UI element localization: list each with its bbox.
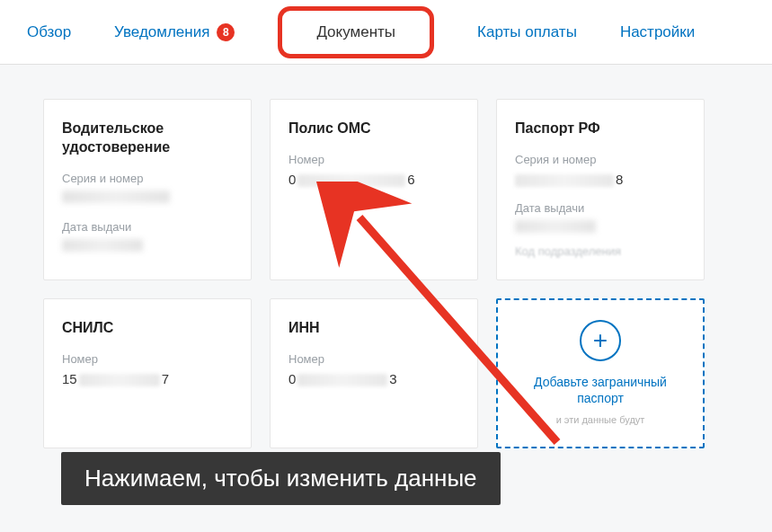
field-label-date: Дата выдачи: [515, 201, 686, 215]
card-title: СНИЛС: [62, 319, 233, 338]
tab-overview[interactable]: Обзор: [27, 23, 71, 41]
field-label-number: Номер: [288, 153, 459, 166]
field-value-series: [62, 191, 233, 206]
tab-documents[interactable]: Документы: [278, 6, 434, 58]
number-end: 3: [389, 371, 396, 386]
field-value-number: 157: [62, 371, 233, 386]
instruction-caption: Нажимаем, чтобы изменить данные: [61, 452, 501, 505]
field-label-dept: Код подразделения: [515, 244, 686, 258]
notifications-badge: 8: [217, 23, 235, 41]
plus-icon: +: [580, 320, 621, 361]
number-start: 0: [288, 371, 296, 386]
field-label-series: Серия и номер: [62, 172, 233, 185]
field-label-series: Серия и номер: [515, 153, 686, 166]
series-end: 8: [616, 172, 623, 187]
tab-payment-cards[interactable]: Карты оплаты: [477, 23, 577, 41]
number-start: 15: [62, 371, 77, 386]
field-label-number: Номер: [62, 352, 233, 366]
add-link-text: Добавьте заграничный паспорт: [510, 374, 690, 406]
add-sub-text: и эти данные будут: [556, 413, 645, 426]
number-end: 6: [407, 172, 414, 187]
tabs-bar: Обзор Уведомления 8 Документы Карты опла…: [0, 0, 772, 65]
card-title: Паспорт РФ: [515, 120, 686, 138]
field-value-date: [62, 239, 233, 254]
card-oms[interactable]: Полис ОМС Номер 06: [270, 99, 478, 280]
card-snils[interactable]: СНИЛС Номер 157: [43, 298, 252, 448]
field-value-number: 06: [288, 172, 459, 187]
tab-notifications[interactable]: Уведомления 8: [114, 23, 235, 41]
card-title: Водительское удостоверение: [62, 120, 233, 157]
field-label-date: Дата выдачи: [62, 220, 233, 234]
card-driver-license[interactable]: Водительское удостоверение Серия и номер…: [43, 99, 252, 280]
field-value-number: 03: [288, 371, 459, 386]
card-title: Полис ОМС: [288, 120, 459, 138]
card-passport-rf[interactable]: Паспорт РФ Серия и номер 8 Дата выдачи К…: [496, 99, 705, 280]
card-inn[interactable]: ИНН Номер 03: [270, 298, 478, 448]
documents-grid: Водительское удостоверение Серия и номер…: [43, 99, 729, 448]
tab-settings[interactable]: Настройки: [620, 23, 695, 41]
number-end: 7: [162, 371, 169, 386]
card-add-intl-passport[interactable]: + Добавьте заграничный паспорт и эти дан…: [496, 298, 705, 448]
tab-notifications-label: Уведомления: [114, 23, 209, 41]
content-area: Водительское удостоверение Серия и номер…: [0, 65, 772, 532]
field-value-date: [515, 220, 686, 235]
field-value-series: 8: [515, 172, 686, 187]
number-start: 0: [288, 172, 296, 187]
field-label-number: Номер: [288, 352, 459, 366]
card-title: ИНН: [288, 319, 459, 338]
